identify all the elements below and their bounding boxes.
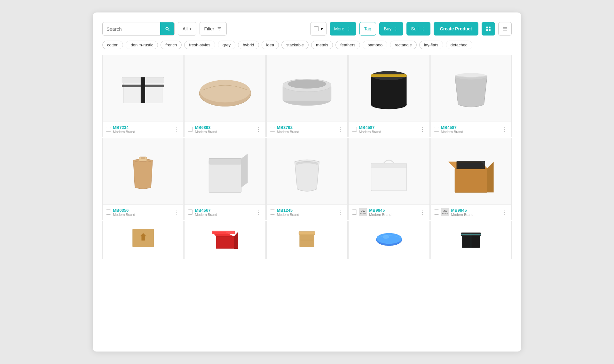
tag-hybrid[interactable]: hybrid — [238, 41, 259, 49]
product-logo: JIAHOME — [441, 208, 449, 216]
list-view-button[interactable] — [498, 22, 512, 36]
tag-idea[interactable]: idea — [262, 41, 279, 49]
product-checkbox[interactable] — [188, 127, 193, 132]
create-product-button[interactable]: Create Product — [434, 22, 478, 36]
product-id[interactable]: MB7234 — [113, 125, 170, 130]
tag-metals[interactable]: metals — [311, 41, 333, 49]
buy-button[interactable]: Buy ⋮ — [379, 22, 403, 36]
search-input[interactable] — [103, 22, 160, 35]
product-id[interactable]: MB9845 — [451, 208, 499, 213]
product-info: MB9845Modern Brand — [369, 208, 416, 217]
product-id[interactable]: MB4587 — [441, 125, 499, 130]
svg-rect-26 — [141, 157, 145, 159]
product-menu-button[interactable] — [336, 208, 344, 216]
product-footer: MB4567Modern Brand — [185, 204, 265, 220]
product-info: MB7234Modern Brand — [113, 125, 170, 134]
tag-fresh-styles[interactable]: fresh-styles — [184, 41, 215, 49]
product-id[interactable]: MB0356 — [113, 208, 170, 213]
product-cell: MB6893Modern Brand — [184, 55, 265, 137]
product-checkbox[interactable] — [270, 210, 275, 215]
product-cell-partial — [102, 221, 184, 259]
product-id[interactable]: MB6893 — [195, 125, 252, 130]
tag-feathers[interactable]: feathers — [335, 41, 360, 49]
tag-stackable[interactable]: stackable — [281, 41, 309, 49]
tag-grey[interactable]: grey — [218, 41, 235, 49]
product-checkbox[interactable] — [106, 127, 111, 132]
sell-button[interactable]: Sell ⋮ — [406, 22, 430, 36]
product-menu-button[interactable] — [255, 125, 262, 133]
product-menu-button[interactable] — [255, 208, 262, 216]
product-footer: MB0356Modern Brand — [103, 204, 183, 220]
product-image[interactable] — [431, 138, 511, 204]
product-menu-button[interactable] — [172, 125, 180, 133]
sell-label: Sell — [411, 26, 418, 31]
tag-bamboo[interactable]: bamboo — [363, 41, 387, 49]
product-menu-button[interactable] — [500, 125, 508, 133]
product-image[interactable] — [349, 138, 429, 204]
product-info: MB6893Modern Brand — [195, 125, 252, 134]
product-cell: MB1245Modern Brand — [266, 138, 348, 220]
product-image[interactable] — [267, 138, 347, 204]
sell-dots-icon: ⋮ — [421, 26, 426, 32]
svg-rect-37 — [458, 162, 483, 167]
product-checkbox[interactable] — [434, 210, 439, 215]
product-id[interactable]: MB4587 — [359, 125, 416, 130]
tag-denim-rustic[interactable]: denim-rustic — [126, 41, 158, 49]
product-checkbox[interactable] — [352, 210, 357, 215]
create-label: Create Product — [440, 26, 472, 31]
tag-rectangle[interactable]: rectangle — [390, 41, 416, 49]
svg-rect-4 — [489, 27, 491, 28]
product-image[interactable] — [103, 138, 183, 204]
all-dropdown[interactable]: All ▾ — [178, 22, 196, 36]
svg-point-50 — [382, 235, 389, 239]
product-footer: MB4587Modern Brand — [349, 122, 429, 137]
product-image[interactable] — [103, 55, 183, 122]
product-checkbox[interactable] — [270, 127, 275, 132]
search-button[interactable] — [160, 22, 174, 35]
product-footer: JIAHOMEMB9845Modern Brand — [349, 204, 429, 220]
more-dots-icon: ⋮ — [346, 26, 352, 32]
product-image[interactable] — [185, 138, 265, 204]
product-id[interactable]: MB9845 — [369, 208, 416, 213]
product-menu-button[interactable] — [172, 208, 180, 216]
filter-button[interactable]: Filter — [200, 22, 227, 36]
product-image[interactable] — [185, 55, 265, 122]
product-footer: MB3792Modern Brand — [267, 122, 347, 137]
product-checkbox[interactable] — [352, 127, 357, 132]
more-button[interactable]: More ⋮ — [330, 22, 356, 36]
product-menu-button[interactable] — [336, 125, 344, 133]
product-cell: JIAHOMEMB9845Modern Brand — [348, 138, 429, 220]
tag-french[interactable]: french — [161, 41, 182, 49]
product-menu-button[interactable] — [419, 208, 426, 216]
product-id[interactable]: MB4567 — [195, 208, 252, 213]
product-cell: MB4587Modern Brand — [430, 55, 512, 137]
product-brand: Modern Brand — [441, 130, 499, 134]
product-checkbox[interactable] — [188, 210, 193, 215]
grid-view-button[interactable] — [482, 22, 495, 36]
product-checkbox[interactable] — [434, 127, 439, 132]
product-checkbox[interactable] — [106, 210, 111, 215]
product-footer: MB7234Modern Brand — [103, 122, 183, 137]
search-icon — [165, 26, 170, 31]
tag-button[interactable]: Tag — [359, 22, 376, 36]
tag-lay-flats[interactable]: lay-flats — [419, 41, 443, 49]
product-id[interactable]: MB1245 — [277, 208, 335, 213]
product-cell: MB7234Modern Brand — [102, 55, 184, 137]
svg-rect-3 — [486, 27, 488, 28]
select-all-button[interactable]: ▾ — [310, 22, 327, 36]
product-id[interactable]: MB3792 — [277, 125, 335, 130]
product-cell-partial — [348, 221, 429, 259]
product-image[interactable] — [267, 55, 347, 122]
tag-detached[interactable]: detached — [446, 41, 473, 49]
product-menu-button[interactable] — [419, 125, 426, 133]
product-image[interactable] — [431, 55, 511, 122]
product-brand: Modern Brand — [195, 130, 252, 134]
product-logo: JIAHOME — [359, 208, 367, 216]
tag-cotton[interactable]: cotton — [102, 41, 123, 49]
svg-rect-13 — [122, 84, 164, 87]
product-menu-button[interactable] — [500, 208, 508, 216]
filter-label: Filter — [204, 26, 214, 31]
product-image[interactable] — [349, 55, 429, 122]
svg-rect-41 — [216, 236, 234, 249]
svg-rect-31 — [371, 163, 407, 168]
